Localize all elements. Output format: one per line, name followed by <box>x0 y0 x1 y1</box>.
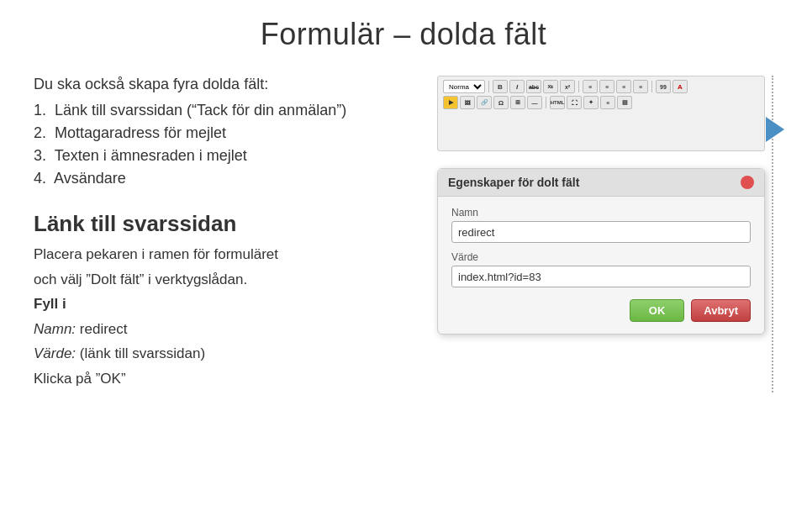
toolbar-separator-3 <box>651 81 652 92</box>
name-label-text: Namn: <box>34 321 76 337</box>
toolbar-separator-4 <box>546 97 546 108</box>
toolbar-mockup: Normal B I abc x₂ x² ≡ ≡ ≡ ≡ 99 A ▶ 🖼 <box>437 76 765 151</box>
list-item-3: 3. Texten i ämnesraden i mejlet <box>34 147 404 165</box>
name-line: Namn: redirect <box>34 319 404 340</box>
value-line: Värde: (länk till svarssidan) <box>34 343 404 365</box>
value-field-label: Värde <box>451 251 751 263</box>
body-text-2: och välj ”Dolt fält” i verktygslådan. <box>34 269 404 291</box>
fullscreen-btn[interactable]: ⛶ <box>567 96 582 109</box>
page-title: Formulär – dolda fält <box>34 17 773 52</box>
name-field-label: Namn <box>451 207 751 219</box>
image-btn[interactable]: 🖼 <box>460 96 475 109</box>
list-item-2: 2. Mottagaradress för mejlet <box>34 124 404 142</box>
italic-btn[interactable]: I <box>509 80 525 93</box>
list-item-1: 1. Länk till svarssidan (“Tack för din a… <box>34 102 404 119</box>
omega-btn[interactable]: Ω <box>493 96 509 109</box>
subscript-btn[interactable]: x₂ <box>543 80 558 93</box>
toolbar-separator-1 <box>488 81 489 92</box>
align-center-btn[interactable]: ≡ <box>599 80 614 93</box>
play-btn[interactable]: ▶ <box>443 96 458 109</box>
table-btn[interactable]: ⊞ <box>510 96 525 109</box>
superscript-btn[interactable]: x² <box>560 80 575 93</box>
cancel-button[interactable]: Avbryt <box>691 299 751 322</box>
click-line: Klicka på ”OK” <box>34 368 404 390</box>
align-left-btn[interactable]: ≡ <box>583 80 598 93</box>
body-text-1: Placera pekaren i ramen för formuläret <box>34 244 404 266</box>
name-value-text: redirect <box>80 321 128 337</box>
rule-btn[interactable]: — <box>527 96 542 109</box>
source-btn[interactable]: HTML <box>550 96 565 109</box>
list-item-4: 4. Avsändare <box>34 170 404 187</box>
properties-dialog: Egenskaper för dolt fält Namn Värde OK A… <box>437 168 765 334</box>
link-btn[interactable]: 🔗 <box>477 96 492 109</box>
list-btn[interactable]: ≡ <box>633 80 648 93</box>
dialog-body: Namn Värde OK Avbryt <box>438 197 764 334</box>
align-right-btn[interactable]: ≡ <box>616 80 631 93</box>
toolbar-row-2: ▶ 🖼 🔗 Ω ⊞ — HTML ⛶ ✦ ≡ ▤ <box>443 96 759 109</box>
toolbar-separator-2 <box>578 81 579 92</box>
name-field-input[interactable] <box>451 221 751 243</box>
dialog-title: Egenskaper för dolt fält <box>448 176 579 189</box>
arrow-icon <box>766 117 784 142</box>
dialog-buttons: OK Avbryt <box>451 299 751 322</box>
font-color-btn[interactable]: A <box>672 80 688 93</box>
value-field-input[interactable] <box>451 266 751 287</box>
list-items: 1. Länk till svarssidan (“Tack för din a… <box>34 102 404 187</box>
style-select[interactable]: Normal <box>443 80 485 93</box>
toolbar-row-1: Normal B I abc x₂ x² ≡ ≡ ≡ ≡ 99 A <box>443 80 759 93</box>
ok-button[interactable]: OK <box>630 299 685 322</box>
section-heading: Länk till svarssidan <box>34 211 404 237</box>
bold-btn[interactable]: B <box>493 80 508 93</box>
number-btn[interactable]: 99 <box>656 80 671 93</box>
strikethrough-btn[interactable]: abc <box>526 80 541 93</box>
extra-btn-2[interactable]: ≡ <box>600 96 615 109</box>
extra-btn-3[interactable]: ▤ <box>617 96 632 109</box>
intro-text: Du ska också skapa fyra dolda fält: <box>34 76 404 93</box>
value-value-text: (länk till svarssidan) <box>80 345 205 361</box>
dialog-close-button[interactable] <box>741 176 754 189</box>
dialog-titlebar: Egenskaper för dolt fält <box>438 169 764 197</box>
value-label-text: Värde: <box>34 345 76 361</box>
fill-label: Fyll i <box>34 293 404 315</box>
extra-btn-1[interactable]: ✦ <box>583 96 599 109</box>
